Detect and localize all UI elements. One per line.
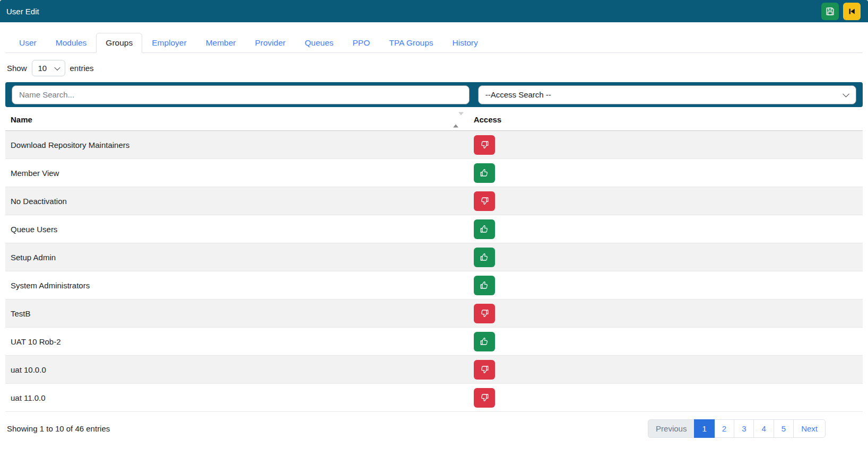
table-row: Setup Admin	[5, 243, 863, 271]
table-row: TestB	[5, 300, 863, 328]
access-denied-button[interactable]	[474, 360, 495, 380]
thumbs-up-icon	[480, 280, 489, 290]
page-title: User Edit	[6, 7, 39, 16]
page-length-select-wrap: 10	[32, 60, 65, 76]
page-item: Previous	[648, 419, 695, 438]
tab-tpa-groups[interactable]: TPA Groups	[379, 33, 442, 53]
page-item: 5	[774, 419, 794, 438]
table-row: UAT 10 Rob-2	[5, 328, 863, 356]
tab-groups[interactable]: Groups	[96, 33, 142, 53]
skip-backward-icon	[847, 7, 856, 16]
show-label: Show	[7, 64, 27, 73]
tab-employer[interactable]: Employer	[142, 33, 196, 53]
access-denied-button[interactable]	[474, 388, 495, 408]
thumbs-down-icon	[480, 365, 489, 374]
table-row: Queue Users	[5, 215, 863, 243]
access-denied-button[interactable]	[474, 135, 495, 155]
access-allowed-button[interactable]	[474, 163, 495, 183]
thumbs-up-icon	[480, 337, 489, 346]
page-5[interactable]: 5	[774, 419, 794, 438]
group-name-cell: TestB	[5, 300, 468, 328]
group-name-cell: Setup Admin	[5, 243, 468, 271]
group-name-cell: System Administrators	[5, 271, 468, 300]
page-2[interactable]: 2	[714, 419, 734, 438]
page-length-select[interactable]: 10	[32, 60, 65, 76]
thumbs-down-icon	[480, 140, 489, 149]
page-next[interactable]: Next	[793, 419, 826, 438]
tab-user[interactable]: User	[10, 33, 46, 53]
access-cell	[468, 131, 863, 159]
column-header-access[interactable]: Access	[468, 109, 863, 131]
page-item: 4	[754, 419, 774, 438]
access-allowed-button[interactable]	[474, 219, 495, 239]
tab-member[interactable]: Member	[196, 33, 246, 53]
table-row: System Administrators	[5, 271, 863, 300]
page-3[interactable]: 3	[734, 419, 754, 438]
floppy-disk-icon	[825, 6, 835, 16]
group-name-cell: Queue Users	[5, 215, 468, 243]
save-button[interactable]	[821, 3, 839, 20]
name-search-input[interactable]	[12, 85, 470, 104]
main-content: UserModulesGroupsEmployerMemberProviderQ…	[0, 33, 868, 450]
entries-label: entries	[70, 64, 94, 73]
page-1[interactable]: 1	[694, 419, 714, 438]
thumbs-down-icon	[480, 196, 489, 206]
tab-bar: UserModulesGroupsEmployerMemberProviderQ…	[5, 33, 863, 53]
groups-table: Name Access Download Repository Maintain…	[5, 109, 863, 412]
sort-ascending-icon[interactable]	[453, 115, 464, 124]
page-4[interactable]: 4	[753, 419, 774, 438]
column-header-name[interactable]: Name	[5, 109, 468, 131]
table-row: No Deactivation	[5, 187, 863, 215]
thumbs-up-icon	[480, 224, 489, 234]
page-item: Next	[794, 419, 826, 438]
access-cell	[468, 271, 863, 300]
access-cell	[468, 215, 863, 243]
thumbs-down-icon	[480, 393, 489, 402]
thumbs-up-icon	[480, 168, 489, 178]
group-name-cell: uat 11.0.0	[5, 384, 468, 412]
table-body: Download Repository MaintainersMember Vi…	[5, 131, 863, 412]
page-length-control: Show 10 entries	[7, 60, 863, 76]
page-item: 1	[695, 419, 714, 438]
access-cell	[468, 328, 863, 356]
table-row: uat 11.0.0	[5, 384, 863, 412]
access-allowed-button[interactable]	[474, 276, 495, 295]
group-name-cell: Member View	[5, 159, 468, 187]
go-back-button[interactable]	[843, 3, 861, 20]
page-item: 3	[734, 419, 754, 438]
tab-provider[interactable]: Provider	[246, 33, 296, 53]
table-row: Member View	[5, 159, 863, 187]
access-cell	[468, 356, 863, 384]
group-name-cell: Download Repository Maintainers	[5, 131, 468, 159]
group-name-cell: uat 10.0.0	[5, 356, 468, 384]
access-cell	[468, 384, 863, 412]
table-footer: Showing 1 to 10 of 46 entries Previous12…	[5, 412, 863, 450]
table-row: uat 10.0.0	[5, 356, 863, 384]
access-denied-button[interactable]	[474, 304, 495, 323]
access-search-select[interactable]: --Access Search --	[478, 85, 856, 104]
pagination: Previous12345Next	[648, 419, 826, 438]
access-allowed-button[interactable]	[474, 332, 495, 351]
access-allowed-button[interactable]	[474, 248, 495, 267]
access-cell	[468, 159, 863, 187]
access-cell	[468, 187, 863, 215]
tab-ppo[interactable]: PPO	[343, 33, 380, 53]
access-cell	[468, 300, 863, 328]
tab-history[interactable]: History	[443, 33, 488, 53]
page-item: 2	[715, 419, 734, 438]
table-summary: Showing 1 to 10 of 46 entries	[7, 424, 110, 433]
table-row: Download Repository Maintainers	[5, 131, 863, 159]
app-header: User Edit	[0, 0, 868, 22]
thumbs-up-icon	[480, 252, 489, 262]
group-name-cell: No Deactivation	[5, 187, 468, 215]
tab-modules[interactable]: Modules	[46, 33, 97, 53]
header-actions	[821, 3, 862, 20]
page-previous: Previous	[648, 419, 695, 438]
access-denied-button[interactable]	[474, 191, 495, 211]
tab-queues[interactable]: Queues	[295, 33, 343, 53]
group-name-cell: UAT 10 Rob-2	[5, 328, 468, 356]
access-search-select-wrap: --Access Search --	[478, 85, 856, 104]
thumbs-down-icon	[480, 309, 489, 318]
access-cell	[468, 243, 863, 271]
filter-bar: --Access Search --	[5, 82, 863, 107]
